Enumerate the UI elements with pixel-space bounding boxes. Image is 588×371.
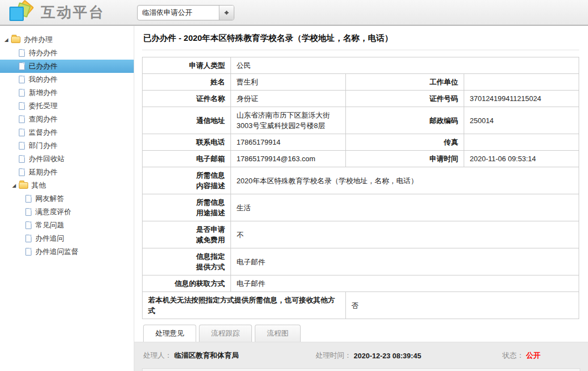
sidebar-item-banjian-zhuiwen[interactable]: 办件追问 xyxy=(0,232,134,245)
field-value: 生活 xyxy=(230,194,579,221)
field-label: 联系电话 xyxy=(142,134,230,151)
channel-select-value: 临淄依申请公开 xyxy=(138,6,219,20)
sidebar-item-manyidu-pingjia[interactable]: 满意度评价 xyxy=(0,205,134,219)
field-value: 电子邮件 xyxy=(230,275,579,292)
sidebar-item-qita[interactable]: ◢其他 xyxy=(0,179,134,192)
field-value: 2020-11-06 09:53:14 xyxy=(464,151,579,167)
tab-liucheng-tu[interactable]: 流程图 xyxy=(255,325,301,342)
channel-select[interactable]: 临淄依申请公开 xyxy=(137,5,234,20)
sidebar-item-label: 常见问题 xyxy=(35,220,64,230)
select-spinner-icon[interactable] xyxy=(219,6,234,20)
sidebar-item-label: 委托受理 xyxy=(29,101,57,111)
sidebar-item-banjian-zhuiwen-jiandu[interactable]: 办件追问监督 xyxy=(0,245,134,258)
sidebar-item-daiban-banjian[interactable]: 待办办件 xyxy=(0,46,134,60)
sidebar-item-yanqi-banjian[interactable]: 延期办件 xyxy=(0,166,134,179)
field-value xyxy=(464,74,579,91)
logo-blue-square xyxy=(9,7,24,21)
sidebar-item-label: 待办办件 xyxy=(29,48,57,58)
field-label: 若本机关无法按照指定方式提供所需信息，也可接收其他方式 xyxy=(142,292,345,319)
status-badge: 公开 xyxy=(526,351,540,361)
application-table-body: 申请人类型公民姓名曹生利工作单位证件名称身份证证件号码3701241994112… xyxy=(142,57,579,319)
sidebar-item-label: 延期办件 xyxy=(29,167,57,177)
tree-expander-icon[interactable]: ◢ xyxy=(12,183,16,188)
sidebar-item-label: 满意度评价 xyxy=(35,207,71,217)
sidebar-item-label: 办件回收站 xyxy=(29,154,65,164)
sidebar-item-label: 办件追问监督 xyxy=(35,247,78,257)
sidebar-item-label: 办件办理 xyxy=(24,35,53,45)
field-label: 证件号码 xyxy=(345,91,464,107)
content-inner: 已办办件 - 2020年本区特殊教育学校名录（学校地址，名称，电话） 申请人类型… xyxy=(134,25,588,342)
sidebar-item-label: 新增办件 xyxy=(29,88,57,98)
sidebar-item-chayue-banjian[interactable]: 查阅办件 xyxy=(0,113,134,126)
sidebar-tree: ◢办件办理待办办件已办办件我的办件新增办件委托受理查阅办件监督办件部门办件办件回… xyxy=(0,25,134,371)
status-label: 状态： xyxy=(502,351,524,361)
sidebar-item-banjian-banli[interactable]: ◢办件办理 xyxy=(0,33,134,46)
tab-chuli-yijian[interactable]: 处理意见 xyxy=(143,325,196,342)
form-row: 姓名曹生利工作单位 xyxy=(142,74,579,91)
document-icon xyxy=(25,235,32,242)
field-label: 是否申请 减免费用 xyxy=(142,221,230,248)
sidebar-item-xinzeng-banjian[interactable]: 新增办件 xyxy=(0,86,134,99)
processing-time-label: 处理时间： xyxy=(316,351,351,361)
document-icon xyxy=(19,168,25,176)
sidebar-item-label: 查阅办件 xyxy=(29,114,57,124)
form-row: 是否申请 减免费用不 xyxy=(142,221,579,248)
document-icon xyxy=(19,142,25,150)
form-row: 所需信息 内容描述2020年本区特殊教育学校名录（学校地址，名称，电话） xyxy=(142,167,579,194)
sidebar-item-label: 部门办件 xyxy=(29,141,57,151)
sidebar-item-yiban-banjian[interactable]: 已办办件 xyxy=(0,60,134,73)
form-row: 所需信息 用途描述生活 xyxy=(142,194,579,221)
processing-time-value: 2020-12-23 08:39:45 xyxy=(354,352,421,360)
page-title: 已办办件 - 2020年本区特殊教育学校名录（学校地址，名称，电话） xyxy=(142,29,579,50)
field-value: 2020年本区特殊教育学校名录（学校地址，名称，电话） xyxy=(230,167,579,194)
application-detail-table: 申请人类型公民姓名曹生利工作单位证件名称身份证证件号码3701241994112… xyxy=(142,57,579,319)
field-value: 17865179914 xyxy=(230,134,345,151)
field-label: 证件名称 xyxy=(142,91,230,107)
field-label: 所需信息 内容描述 xyxy=(142,167,230,194)
handler-value: 临淄区教育和体育局 xyxy=(174,351,239,361)
field-value: 电子邮件 xyxy=(230,248,579,275)
form-row: 电子邮箱17865179914@163.com申请时间2020-11-06 09… xyxy=(142,151,579,167)
document-icon xyxy=(19,155,25,163)
app-logo-icon xyxy=(8,2,33,24)
sidebar-item-wode-banjian[interactable]: 我的办件 xyxy=(0,73,134,86)
form-row: 证件名称身份证证件号码370124199411215024 xyxy=(142,91,579,107)
sidebar-item-changjian-wenti[interactable]: 常见问题 xyxy=(0,219,134,232)
form-row: 信息的获取方式电子邮件 xyxy=(142,275,579,292)
field-label: 信息指定 提供方式 xyxy=(142,248,230,275)
form-row: 申请人类型公民 xyxy=(142,57,579,74)
tab-liucheng-genzong[interactable]: 流程跟踪 xyxy=(199,325,252,342)
sidebar-item-jiandu-banjian[interactable]: 监督办件 xyxy=(0,126,134,139)
sidebar-item-wangyou-jieda[interactable]: 网友解答 xyxy=(0,192,134,205)
field-label: 工作单位 xyxy=(345,74,464,91)
sidebar-item-weituo-shouli[interactable]: 委托受理 xyxy=(0,99,134,113)
tree-expander-icon[interactable]: ◢ xyxy=(4,38,8,43)
folder-icon xyxy=(11,36,20,43)
field-value: 公民 xyxy=(230,57,579,74)
content-area: 已办办件 - 2020年本区特殊教育学校名录（学校地址，名称，电话） 申请人类型… xyxy=(134,25,588,371)
field-label: 信息的获取方式 xyxy=(142,275,230,292)
sidebar-item-banjian-huishouzhan[interactable]: 办件回收站 xyxy=(0,152,134,166)
sidebar-item-label: 网友解答 xyxy=(35,194,64,204)
sidebar-item-bumen-banjian[interactable]: 部门办件 xyxy=(0,139,134,152)
document-icon xyxy=(19,89,25,97)
document-icon xyxy=(25,248,32,256)
processing-meta-row: 处理人： 临淄区教育和体育局 处理时间： 2020-12-23 08:39:45… xyxy=(134,342,588,367)
field-value: 山东省济南市历下区新泺大街3003号宝威科技园2号楼8层 xyxy=(230,107,345,134)
sidebar-item-label: 已办办件 xyxy=(29,61,57,71)
form-row: 若本机关无法按照指定方式提供所需信息，也可接收其他方式否 xyxy=(142,292,579,319)
main-container: ◢办件办理待办办件已办办件我的办件新增办件委托受理查阅办件监督办件部门办件办件回… xyxy=(0,25,588,371)
document-icon xyxy=(19,76,25,83)
sidebar-item-label: 办件追问 xyxy=(35,234,64,243)
handler-label: 处理人： xyxy=(143,351,172,361)
field-label: 申请时间 xyxy=(345,151,464,167)
form-row: 信息指定 提供方式电子邮件 xyxy=(142,248,579,275)
field-value: 曹生利 xyxy=(230,74,345,91)
field-value xyxy=(464,134,579,151)
field-value: 17865179914@163.com xyxy=(230,151,345,167)
field-value: 不 xyxy=(230,221,579,248)
document-icon xyxy=(19,62,25,70)
document-icon xyxy=(19,49,25,57)
field-value: 否 xyxy=(345,292,579,319)
processing-result-panel: 处理人： 临淄区教育和体育局 处理时间： 2020-12-23 08:39:45… xyxy=(134,342,588,371)
